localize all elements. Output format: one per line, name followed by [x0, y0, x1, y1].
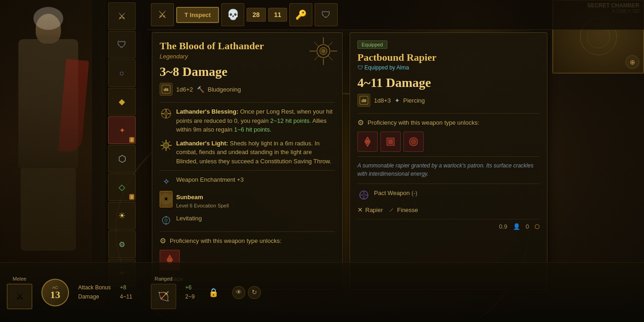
- inv-slot-2[interactable]: ✦ 2: [108, 116, 136, 144]
- svg-point-39: [362, 193, 366, 197]
- rapier-die-notation: 1d8+3: [374, 97, 391, 104]
- finesse-icon: ⟋: [388, 206, 395, 213]
- blessing-hp: 2~12 hit points.: [270, 117, 311, 124]
- blessing-icon: [160, 107, 172, 120]
- svg-line-8: [328, 42, 333, 46]
- svg-point-14: [164, 111, 168, 116]
- inspect-button[interactable]: T Inspect: [176, 7, 219, 23]
- ranged-attack: +6: [185, 283, 195, 292]
- character-portrait: [0, 0, 92, 299]
- sunbeam-icon-slot: ☀: [160, 193, 172, 206]
- ac-badge: AC 13: [41, 279, 69, 306]
- rapier-divider-2: [357, 156, 540, 157]
- status-icon-2[interactable]: ↻: [248, 286, 261, 299]
- ranged-label: Ranged: [155, 276, 172, 282]
- rapier-weight-icon: 👤: [513, 223, 520, 230]
- enchant-icon: ✧: [160, 175, 172, 188]
- inv-slot-3[interactable]: ⬡: [108, 145, 136, 172]
- equipped-by: 🛡 Equipped by Alma: [357, 64, 540, 71]
- lathander-damage-type: Bludgeoning: [208, 86, 241, 93]
- damage-label: Damage: [78, 293, 111, 301]
- rapier-prof-icon-1: [357, 132, 378, 152]
- pact-icon: [357, 189, 370, 201]
- enchant-label: Weapon Enchantment +3: [176, 176, 244, 183]
- blessing-ally-hp: 1~6 hit points.: [234, 126, 271, 133]
- rapier-prof-icon-2: [380, 132, 401, 152]
- panel-lathander: The Blood of Lathander Legendary 3~8 Dam…: [152, 32, 343, 290]
- svg-point-35: [366, 140, 369, 144]
- inv-slot-amulet[interactable]: ◆: [108, 88, 136, 115]
- svg-line-25: [168, 148, 170, 150]
- rapier-die-icon: d8: [357, 94, 370, 107]
- lathander-emblem: [309, 36, 339, 66]
- inv-slot-armor[interactable]: 🛡: [108, 31, 136, 58]
- rapier-prof-title: ⚙ Proficiency with this weapon type unlo…: [357, 118, 540, 127]
- levitating-label: Levitating: [176, 215, 202, 222]
- melee-damage: 4~11: [120, 293, 132, 301]
- rapier-tag-label: Rapier: [365, 207, 383, 213]
- sunbeam-sublabel: Level 6 Evocation Spell: [176, 202, 335, 210]
- lathander-damage-detail: d6 1d6+2 🔨 Bludgeoning: [160, 83, 335, 96]
- rapier-prof-icons: [357, 132, 540, 152]
- enchant-content: Weapon Enchantment +3: [176, 175, 335, 184]
- ac-value: 13: [50, 290, 60, 300]
- toolbar-icon-weapon[interactable]: ⚔: [151, 3, 174, 26]
- rapier-footer: 0.9 👤 0 ⬡: [357, 219, 540, 230]
- pact-label: Pact Weapon: [374, 190, 410, 196]
- svg-text:d6: d6: [164, 87, 169, 92]
- rapier-gold-icon: ⬡: [535, 223, 540, 230]
- map-zoom-icon[interactable]: ⊕: [626, 55, 639, 69]
- melee-attack: +8: [120, 283, 132, 292]
- ranged-weapon-slot[interactable]: 🏹: [151, 284, 176, 309]
- inv-slot-scroll[interactable]: ☀: [108, 202, 136, 230]
- toolbar-count2: 11: [268, 8, 288, 22]
- rapier-prof-icon: ⚙: [357, 118, 364, 127]
- toolbar-icon-skull[interactable]: 💀: [221, 3, 244, 26]
- sunbeam-content: Sunbeam Level 6 Evocation Spell: [176, 193, 335, 209]
- rapier-damage-type: Piercing: [403, 97, 425, 104]
- inv-slot-weapon[interactable]: ⚔: [108, 2, 136, 30]
- divider-3: [160, 231, 335, 232]
- svg-text:d8: d8: [362, 98, 367, 103]
- status-icon-1[interactable]: 👁: [232, 286, 245, 299]
- equipped-icon: 🛡: [357, 64, 363, 71]
- svg-line-24: [162, 141, 164, 143]
- levitate-icon: [160, 214, 172, 227]
- bludgeon-icon: 🔨: [197, 86, 204, 93]
- status-icons: 👁 ↻: [232, 286, 261, 299]
- rapier-cross-icon: ✕: [357, 206, 363, 213]
- inv-slot-gem[interactable]: ◇ 2: [108, 173, 136, 201]
- melee-weapon-slot[interactable]: ⚔: [7, 284, 32, 309]
- svg-point-29: [164, 218, 168, 222]
- ranged-section: Ranged 🏹: [151, 276, 176, 309]
- ranged-stats: +6 2~9: [185, 283, 195, 301]
- inv-slot-misc[interactable]: ⚙: [108, 230, 136, 258]
- blessing-title: Lathander's Blessing:: [176, 108, 238, 115]
- sunbeam-row: ☀ Sunbeam Level 6 Evocation Spell: [160, 193, 335, 209]
- svg-line-9: [314, 56, 319, 60]
- svg-line-7: [328, 56, 333, 60]
- char-silhouette: [14, 14, 83, 253]
- tag-row: ✕ Rapier ⟋ Finesse: [357, 206, 540, 213]
- toolbar-icon-shield[interactable]: 🛡: [315, 3, 338, 26]
- equipped-badge: Equipped: [357, 40, 387, 49]
- blessing-row: Lathander's Blessing: Once per Long Rest…: [160, 107, 335, 134]
- divider-2: [160, 170, 335, 171]
- rapier-damage-detail: d8 1d8+3 ✦ Piercing: [357, 94, 540, 107]
- rapier-gold: 0: [526, 223, 529, 230]
- ranged-damage: 2~9: [185, 293, 195, 301]
- combat-stats: Attack Bonus Damage: [78, 283, 111, 301]
- toolbar-icon-key[interactable]: 🔑: [289, 3, 312, 26]
- prof-icon-gear: ⚙: [160, 236, 166, 245]
- attack-bonus-label: Attack Bonus: [78, 283, 111, 292]
- svg-point-32: [168, 258, 172, 262]
- light-title: Lathander's Light:: [176, 140, 228, 147]
- inv-slot-ring[interactable]: ○: [108, 59, 136, 87]
- rapier-weight: 0.9: [499, 223, 507, 230]
- ac-section: AC 13: [41, 279, 69, 306]
- melee-section: Melee ⚔: [7, 276, 32, 309]
- rapier-pierce-icon: ✦: [395, 97, 400, 104]
- lathander-prof-title: ⚙ Proficiency with this weapon type unlo…: [160, 236, 335, 245]
- levitating-content: Levitating: [176, 214, 335, 223]
- rapier-lore: A summonable rapier granted by a warlock…: [357, 161, 540, 178]
